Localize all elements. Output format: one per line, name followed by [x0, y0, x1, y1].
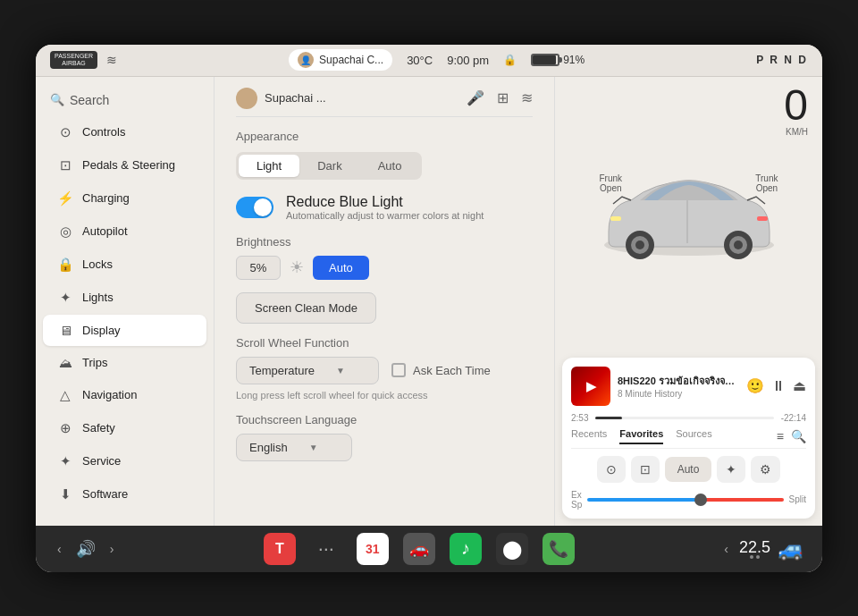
fan-settings-button[interactable]: ⚙ [751, 456, 780, 483]
mic-icon[interactable]: 🎤 [467, 89, 484, 106]
app-phone[interactable]: 📞 [543, 533, 575, 565]
media-subtitle: 8 Minute History [618, 389, 739, 399]
tab-light[interactable]: Light [239, 155, 299, 177]
fan-btn-1[interactable]: ⊙ [597, 456, 626, 483]
status-left: PASSENGER AIRBAG ≋ [50, 51, 117, 68]
sidebar-item-display[interactable]: 🖥 Display [43, 315, 206, 346]
sidebar: 🔍 Search ⊙ Controls ⊡ Pedals & Steering … [36, 77, 214, 526]
sidebar-item-trips[interactable]: ⛰ Trips [43, 347, 206, 378]
app-tesla[interactable]: T [264, 533, 296, 565]
profile-chip[interactable]: 👤 Supachai C... [289, 49, 392, 71]
sidebar-item-service[interactable]: ✦ Service [43, 445, 206, 477]
settings-avatar [236, 88, 257, 109]
app-carapp[interactable]: 🚗 [403, 533, 435, 565]
climate-prev-arrow[interactable]: ‹ [720, 538, 732, 560]
fan-btn-3[interactable]: ✦ [717, 456, 745, 483]
right-panel: 0 KM/H FrunkOpen TrunkOpen [554, 77, 822, 526]
car-svg [591, 165, 787, 272]
tab-dark[interactable]: Dark [299, 155, 359, 177]
sidebar-item-lights[interactable]: ✦ Lights [43, 282, 206, 314]
app-camera[interactable]: ⬤ [496, 533, 528, 565]
reduce-bluelight-row: Reduce Blue Light Automatically adjust t… [236, 194, 533, 221]
search-item[interactable]: 🔍 Search [36, 88, 214, 113]
progress-bar[interactable] [595, 417, 773, 419]
volume-icon[interactable]: 🔊 [69, 536, 103, 562]
brightness-label: Brightness [236, 235, 533, 249]
media-panel: ▶ 8HIS220 รวมข้อเกิจจริงจากภาพย... 8 Min… [562, 358, 815, 519]
ask-each-time-checkbox[interactable] [391, 363, 406, 377]
prev-arrow[interactable]: ‹ [54, 538, 65, 560]
screen-clean-button[interactable]: Screen Clean Mode [236, 292, 376, 324]
sidebar-item-safety[interactable]: ⊕ Safety [43, 412, 206, 444]
toggle-knob [254, 198, 272, 216]
scroll-label: Scroll Wheel Function [236, 336, 533, 350]
search-media-icon[interactable]: 🔍 [791, 429, 806, 443]
equalizer-icon[interactable]: ≡ [777, 429, 784, 443]
toggle-text-container: Reduce Blue Light Automatically adjust t… [286, 194, 484, 221]
sidebar-label-service: Service [82, 454, 121, 468]
fan-btn-2[interactable]: ⊡ [631, 456, 660, 483]
sidebar-label-charging: Charging [82, 191, 130, 205]
pause-button[interactable]: ⏸ [771, 378, 786, 394]
time-display: 9:00 pm [447, 54, 489, 67]
brightness-section: Brightness 5% ☀ Auto [236, 235, 533, 280]
language-label: Touchscreen Language [236, 413, 533, 426]
climate-slider[interactable] [587, 498, 783, 502]
sidebar-item-software[interactable]: ⬇ Software [43, 478, 206, 511]
gear-display: P R N D [756, 54, 808, 66]
sidebar-item-charging[interactable]: ⚡ Charging [43, 182, 206, 215]
media-thumbnail: ▶ [571, 367, 610, 406]
fan-auto-button[interactable]: Auto [665, 457, 712, 482]
tab-favorites[interactable]: Favorites [619, 428, 663, 444]
auto-button[interactable]: Auto [313, 256, 369, 280]
sidebar-item-navigation[interactable]: △ Navigation [43, 379, 206, 411]
reduce-bluelight-subtitle: Automatically adjust to warmer colors at… [286, 210, 484, 221]
status-center: 👤 Supachai C... 30°C 9:00 pm 🔒 91% [289, 49, 585, 71]
taskbar-right: ‹ 22.5 🚙 [720, 536, 804, 561]
temp-value: 22.5 [739, 539, 770, 555]
reduce-bluelight-toggle[interactable] [236, 197, 273, 218]
temp-dot-2 [756, 555, 760, 559]
battery-container: 91% [531, 54, 585, 66]
sidebar-item-pedals[interactable]: ⊡ Pedals & Steering [43, 149, 206, 181]
media-title: 8HIS220 รวมข้อเกิจจริงจากภาพย... [618, 373, 739, 389]
battery-bar [531, 54, 559, 66]
scroll-dropdown[interactable]: Temperature ▼ [236, 357, 379, 384]
brightness-value: 5% [236, 256, 281, 280]
status-bar: PASSENGER AIRBAG ≋ 👤 Supachai C... 30°C … [36, 45, 822, 77]
ask-each-time-text: Ask Each Time [413, 364, 491, 377]
controls-icon: ⊙ [57, 124, 73, 140]
climate-slider-row: ExSp Split [571, 490, 806, 510]
temp-dot-1 [750, 555, 753, 559]
wifi-settings-icon[interactable]: ≋ [521, 89, 533, 106]
next-arrow[interactable]: › [106, 538, 118, 560]
app-calendar[interactable]: 31 [357, 533, 389, 565]
svg-point-7 [734, 240, 743, 249]
total-time: -22:14 [781, 413, 806, 423]
car-taskbar-icon[interactable]: 🚙 [778, 536, 804, 561]
stop-button[interactable]: ⏏ [793, 377, 806, 394]
chevron-down-icon: ▼ [336, 366, 345, 376]
like-button[interactable]: 🙂 [746, 377, 764, 394]
taskbar-left: ‹ 🔊 › [54, 536, 117, 562]
bluetooth-icon[interactable]: ⊞ [497, 89, 509, 106]
settings-profile: Supachai ... [236, 88, 326, 109]
sun-icon: ☀ [290, 257, 304, 277]
app-dots[interactable]: ··· [310, 533, 342, 565]
service-icon: ✦ [57, 453, 73, 469]
settings-profile-name: Supachai ... [265, 91, 326, 105]
tab-auto[interactable]: Auto [360, 155, 420, 177]
language-dropdown[interactable]: English ▼ [236, 434, 352, 461]
settings-panel: Supachai ... 🎤 ⊞ ≋ Appearance Light Dark… [214, 77, 554, 526]
sidebar-item-controls[interactable]: ⊙ Controls [43, 116, 206, 148]
ask-each-time-label[interactable]: Ask Each Time [391, 363, 491, 377]
safety-icon: ⊕ [57, 420, 73, 436]
sidebar-item-autopilot[interactable]: ◎ Autopilot [43, 215, 206, 248]
airbag-badge: PASSENGER AIRBAG [50, 51, 97, 68]
sidebar-item-locks[interactable]: 🔒 Locks [43, 249, 206, 281]
app-spotify[interactable]: ♪ [450, 533, 482, 565]
temperature-display: 30°C [407, 54, 433, 67]
svg-rect-9 [757, 216, 768, 221]
tab-recents[interactable]: Recents [571, 428, 607, 444]
tab-sources[interactable]: Sources [676, 428, 711, 444]
